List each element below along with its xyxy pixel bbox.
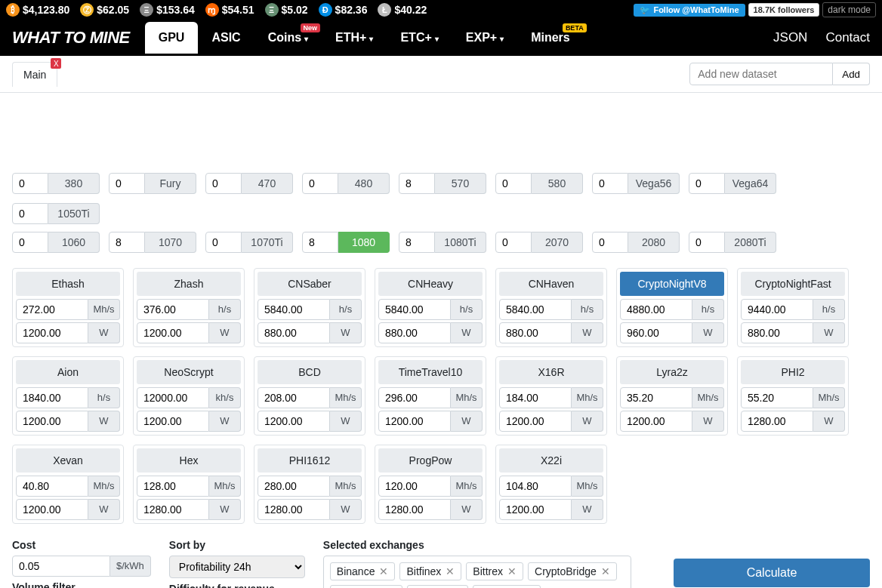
gpu-count-input[interactable] <box>399 232 435 253</box>
gpu-count-input[interactable] <box>592 173 628 194</box>
gpu-toggle-2080[interactable]: 2080 <box>628 232 680 253</box>
algo-toggle[interactable]: TimeTravel10 <box>378 360 483 384</box>
hashrate-input[interactable] <box>137 387 209 408</box>
sort-by-select[interactable]: Profitability 24h <box>169 556 305 578</box>
gpu-toggle-Vega56[interactable]: Vega56 <box>628 173 680 194</box>
power-input[interactable] <box>741 411 813 432</box>
algo-toggle[interactable]: Xevan <box>16 448 120 473</box>
add-dataset-input[interactable] <box>689 63 833 85</box>
gpu-toggle-570[interactable]: 570 <box>435 173 486 194</box>
calculate-button[interactable]: Calculate <box>674 559 870 587</box>
hashrate-input[interactable] <box>258 476 330 497</box>
nav-link-contact[interactable]: Contact <box>825 30 870 45</box>
gpu-toggle-Vega64[interactable]: Vega64 <box>725 173 776 194</box>
hashrate-input[interactable] <box>16 299 88 320</box>
close-icon[interactable]: X <box>51 58 61 69</box>
gpu-toggle-580[interactable]: 580 <box>532 173 583 194</box>
gpu-count-input[interactable] <box>12 232 48 253</box>
hashrate-input[interactable] <box>258 299 330 320</box>
power-input[interactable] <box>741 322 813 343</box>
hashrate-input[interactable] <box>378 299 451 320</box>
algo-toggle[interactable]: Zhash <box>137 272 241 296</box>
gpu-count-input[interactable] <box>495 173 532 194</box>
power-input[interactable] <box>620 411 692 432</box>
hashrate-input[interactable] <box>620 387 692 408</box>
ticker-item[interactable]: Ł$40.22 <box>378 3 427 17</box>
gpu-count-input[interactable] <box>302 232 338 253</box>
algo-toggle[interactable]: X22i <box>499 448 603 473</box>
ticker-item[interactable]: Ξ$5.02 <box>265 3 308 17</box>
gpu-count-input[interactable] <box>495 232 532 253</box>
algo-toggle[interactable]: Ethash <box>16 272 120 296</box>
gpu-toggle-1080[interactable]: 1080 <box>338 232 390 253</box>
algo-toggle[interactable]: ProgPow <box>378 448 483 473</box>
hashrate-input[interactable] <box>741 387 813 408</box>
gpu-toggle-1070Ti[interactable]: 1070Ti <box>242 232 293 253</box>
nav-tab-exp+[interactable]: EXP+▾ <box>452 22 517 54</box>
hashrate-input[interactable] <box>620 299 692 320</box>
power-input[interactable] <box>16 322 88 343</box>
cost-input[interactable] <box>12 556 110 577</box>
hashrate-input[interactable] <box>378 476 451 497</box>
gpu-toggle-1060[interactable]: 1060 <box>48 232 100 253</box>
gpu-count-input[interactable] <box>399 173 435 194</box>
power-input[interactable] <box>137 322 209 343</box>
power-input[interactable] <box>499 322 572 343</box>
power-input[interactable] <box>499 411 572 432</box>
gpu-toggle-1080Ti[interactable]: 1080Ti <box>435 232 486 253</box>
nav-tab-coins[interactable]: Coins▾New <box>254 22 322 54</box>
algo-toggle[interactable]: CryptoNightFast <box>741 272 845 296</box>
remove-exchange-icon[interactable]: ✕ <box>601 565 610 577</box>
nav-link-json[interactable]: JSON <box>773 30 807 45</box>
remove-exchange-icon[interactable]: ✕ <box>446 565 455 577</box>
algo-toggle[interactable]: BCD <box>258 360 362 384</box>
algo-toggle[interactable]: CNHeavy <box>378 272 483 296</box>
algo-toggle[interactable]: CNSaber <box>258 272 362 296</box>
hashrate-input[interactable] <box>378 387 451 408</box>
remove-exchange-icon[interactable]: ✕ <box>379 565 388 577</box>
gpu-toggle-1070[interactable]: 1070 <box>145 232 196 253</box>
algo-toggle[interactable]: X16R <box>499 360 603 384</box>
twitter-follower-count[interactable]: 18.7K followers <box>748 3 820 17</box>
power-input[interactable] <box>378 411 451 432</box>
site-logo[interactable]: WHAT TO MINE <box>12 28 130 48</box>
gpu-toggle-480[interactable]: 480 <box>338 173 390 194</box>
gpu-toggle-380[interactable]: 380 <box>48 173 100 194</box>
algo-toggle[interactable]: CryptoNightV8 <box>620 272 724 296</box>
ticker-item[interactable]: Ⓩ$62.05 <box>80 3 129 17</box>
gpu-toggle-1050Ti[interactable]: 1050Ti <box>48 203 100 224</box>
gpu-count-input[interactable] <box>302 173 338 194</box>
gpu-count-input[interactable] <box>689 173 725 194</box>
algo-toggle[interactable]: CNHaven <box>499 272 603 296</box>
hashrate-input[interactable] <box>137 299 209 320</box>
power-input[interactable] <box>258 411 330 432</box>
twitter-follow-button[interactable]: 🐦 Follow @WhatToMine <box>634 4 745 17</box>
gpu-toggle-2080Ti[interactable]: 2080Ti <box>725 232 776 253</box>
power-input[interactable] <box>16 411 88 432</box>
gpu-toggle-Fury[interactable]: Fury <box>145 173 196 194</box>
power-input[interactable] <box>258 322 330 343</box>
nav-tab-miners[interactable]: MinersBETA <box>517 22 584 54</box>
algo-toggle[interactable]: NeoScrypt <box>137 360 241 384</box>
nav-tab-eth+[interactable]: ETH+▾ <box>322 22 387 54</box>
gpu-count-input[interactable] <box>109 173 145 194</box>
power-input[interactable] <box>620 322 692 343</box>
gpu-count-input[interactable] <box>12 173 48 194</box>
hashrate-input[interactable] <box>499 299 572 320</box>
selected-exchanges-box[interactable]: Binance✕Bitfinex✕Bittrex✕CryptoBridge✕Cr… <box>323 556 631 588</box>
gpu-count-input[interactable] <box>689 232 725 253</box>
power-input[interactable] <box>378 499 451 520</box>
hashrate-input[interactable] <box>16 476 88 497</box>
ticker-item[interactable]: ɱ$54.51 <box>205 3 254 17</box>
power-input[interactable] <box>16 499 88 520</box>
gpu-count-input[interactable] <box>109 232 145 253</box>
algo-toggle[interactable]: Aion <box>16 360 120 384</box>
hashrate-input[interactable] <box>499 476 572 497</box>
dataset-tab-main[interactable]: Main X <box>12 62 57 87</box>
algo-toggle[interactable]: PHI1612 <box>258 448 362 473</box>
ticker-item[interactable]: Ξ$153.64 <box>140 3 195 17</box>
ticker-item[interactable]: Đ$82.36 <box>319 3 368 17</box>
hashrate-input[interactable] <box>741 299 813 320</box>
remove-exchange-icon[interactable]: ✕ <box>507 565 517 577</box>
ticker-item[interactable]: ₿$4,123.80 <box>6 3 69 17</box>
